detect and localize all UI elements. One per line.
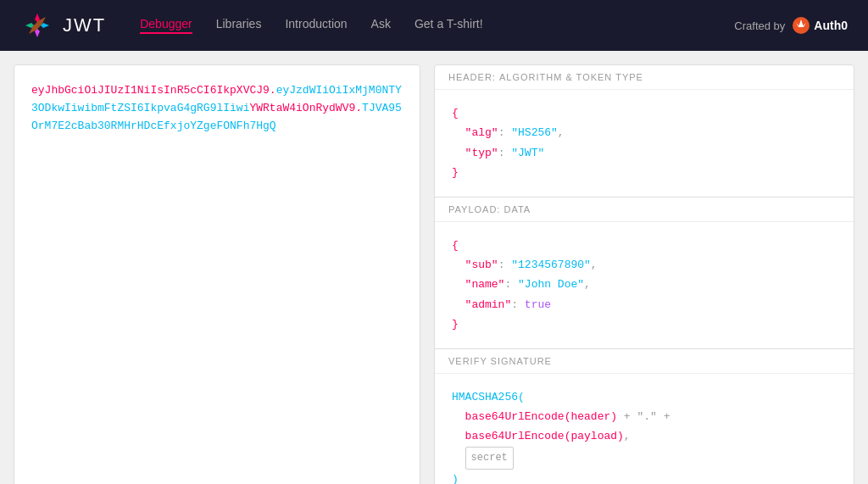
nav-ask[interactable]: Ask [371,17,391,34]
token-pink-part2: YWRtaW4iOnRydWV9. [249,102,362,114]
payload-section-title: PAYLOAD: DATA [435,197,854,222]
signature-section: VERIFY SIGNATURE HMACSHA256( base64UrlEn… [435,349,854,484]
sig-param1: base64UrlEncode(header) [465,410,617,423]
sig-func: HMACSHA256( [452,391,525,403]
main-content: eyJhbGciOiJIUzI1NiIsInR5cCI6IkpXVCJ9.eyJ… [0,51,868,484]
sig-param2: base64UrlEncode(payload) [465,430,624,442]
jwt-logo-icon [20,8,54,42]
header-section-body: { "alg": "HS256", "typ": "JWT" } [435,90,854,197]
header-section-title: HEADER: ALGORITHM & TOKEN TYPE [435,65,854,90]
signature-section-body: HMACSHA256( base64UrlEncode(header) + ".… [435,374,854,484]
token-panel[interactable]: eyJhbGciOiJIUzI1NiIsInR5cCI6IkpXVCJ9.eyJ… [14,64,420,484]
brand-text: JWT [63,14,106,36]
brand: JWT [20,8,106,42]
token-pink-part1: eyJhbGciOiJIUzI1NiIsInR5cCI6IkpXVCJ9. [31,84,276,97]
nav-tshirt[interactable]: Get a T-shirt! [415,17,483,34]
right-panel: HEADER: ALGORITHM & TOKEN TYPE { "alg": … [434,64,854,484]
auth0-icon [792,16,810,35]
crafted-by-label: Crafted by [734,19,785,32]
signature-section-title: VERIFY SIGNATURE [435,349,854,374]
nav-right: Crafted by Auth0 [734,16,848,35]
secret-input[interactable]: secret [465,447,514,470]
header-section: HEADER: ALGORITHM & TOKEN TYPE { "alg": … [435,65,854,197]
nav-libraries[interactable]: Libraries [216,17,262,34]
auth0-text: Auth0 [814,19,848,32]
payload-section: PAYLOAD: DATA { "sub": "1234567890", "na… [435,197,854,349]
nav-links: Debugger Libraries Introduction Ask Get … [140,17,734,34]
auth0-logo: Auth0 [792,16,848,35]
payload-section-body: { "sub": "1234567890", "name": "John Doe… [435,222,854,348]
nav-introduction[interactable]: Introduction [285,17,347,34]
navbar: JWT Debugger Libraries Introduction Ask … [0,0,868,51]
nav-debugger[interactable]: Debugger [140,17,192,34]
